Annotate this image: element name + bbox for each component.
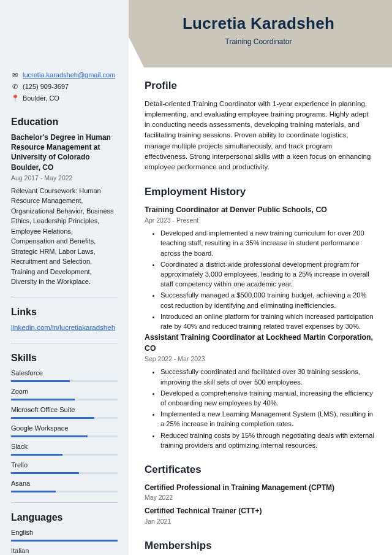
skill-bar-fill <box>11 491 56 492</box>
job-dates: Apr 2023 - Present <box>145 216 375 225</box>
skill-bar <box>11 472 118 474</box>
skill-name: Salesforce <box>11 369 118 378</box>
linkedin-link[interactable]: linkedin.com/in/lucretiakaradsheh <box>11 324 115 331</box>
location-text: Boulder, CO <box>23 94 59 104</box>
language-bar <box>11 540 118 542</box>
certificate-date: May 2022 <box>145 493 375 502</box>
skill-bar-fill <box>11 454 62 456</box>
job-bullet: Reduced training costs by 15% through ne… <box>160 431 375 450</box>
divider <box>11 297 118 297</box>
contact-location: 📍Boulder, CO <box>11 94 118 104</box>
skills-heading: Skills <box>11 351 118 365</box>
certificate-title: Certified Professional in Training Manag… <box>145 483 375 493</box>
languages-heading: Languages <box>11 510 118 524</box>
main-content: Profile Detail-oriented Training Coordin… <box>129 0 392 555</box>
education-heading: Education <box>11 115 118 129</box>
contact-list: ✉lucretia.karadsheh@gmail.com ✆(125) 909… <box>11 71 118 104</box>
language-item: English <box>11 528 118 542</box>
name-block: Lucretia Karadsheh Training Coordinator <box>142 12 375 47</box>
full-name: Lucretia Karadsheh <box>142 12 375 36</box>
skill-item: Microsoft Office Suite <box>11 405 118 419</box>
language-name: English <box>11 528 118 538</box>
links-heading: Links <box>11 305 118 319</box>
sidebar: ✉lucretia.karadsheh@gmail.com ✆(125) 909… <box>0 0 129 555</box>
divider <box>11 343 118 343</box>
phone-text: (125) 909-3697 <box>23 82 69 92</box>
skill-item: Google Workspace <box>11 424 118 437</box>
skill-bar-fill <box>11 435 88 437</box>
skill-bar-fill <box>11 399 75 400</box>
skill-name: Microsoft Office Suite <box>11 405 118 415</box>
skill-name: Slack <box>11 442 118 452</box>
job-bullet: Implemented a new Learning Management Sy… <box>160 409 375 429</box>
skill-bar <box>11 454 118 456</box>
skill-bar <box>11 435 118 437</box>
skill-item: Zoom <box>11 387 118 400</box>
profile-section: Profile Detail-oriented Training Coordin… <box>145 78 375 172</box>
job-bullets: Successfully coordinated and facilitated… <box>145 367 375 450</box>
profile-heading: Profile <box>145 78 375 94</box>
language-name: Italian <box>11 546 118 555</box>
email-link[interactable]: lucretia.karadsheh@gmail.com <box>23 71 115 80</box>
skill-name: Google Workspace <box>11 424 118 434</box>
certificates-section: Certificates Certified Professional in T… <box>145 462 375 526</box>
employment-heading: Employment History <box>145 185 375 200</box>
job-entry: Assistant Training Coordinator at Lockhe… <box>145 332 375 450</box>
skill-bar-fill <box>11 380 70 382</box>
certificate-title: Certified Technical Trainer (CTT+) <box>145 506 375 516</box>
job-title: Assistant Training Coordinator at Lockhe… <box>145 332 375 354</box>
education-block: Education Bachelor's Degree in Human Res… <box>11 115 118 287</box>
certificates-heading: Certificates <box>145 462 375 478</box>
skill-bar <box>11 380 118 382</box>
skill-item: Asana <box>11 479 118 492</box>
skill-bar <box>11 491 118 492</box>
job-bullet: Successfully coordinated and facilitated… <box>160 367 375 386</box>
skill-name: Asana <box>11 479 118 489</box>
memberships-heading: Memberships <box>145 538 375 554</box>
language-bar-fill <box>11 540 118 542</box>
contact-email: ✉lucretia.karadsheh@gmail.com <box>11 71 118 80</box>
phone-icon: ✆ <box>11 82 18 92</box>
contact-phone: ✆(125) 909-3697 <box>11 82 118 92</box>
job-bullets: Developed and implemented a new training… <box>145 228 375 331</box>
job-bullet: Developed and implemented a new training… <box>160 228 375 258</box>
skill-bar <box>11 417 118 419</box>
education-body: Relevant Coursework: Human Resource Mana… <box>11 186 118 287</box>
job-bullet: Introduced an online platform for traini… <box>160 312 375 331</box>
job-bullet: Successfully managed a $500,000 training… <box>160 290 375 310</box>
skill-bar-fill <box>11 472 79 474</box>
skill-item: Salesforce <box>11 369 118 382</box>
job-dates: Sep 2022 - Mar 2023 <box>145 354 375 364</box>
memberships-section: Memberships Association for Talent Devel… <box>145 538 375 555</box>
languages-block: Languages EnglishItalian <box>11 510 118 555</box>
skill-name: Trello <box>11 461 118 470</box>
language-item: Italian <box>11 546 118 555</box>
certificate-date: Jan 2021 <box>145 517 375 526</box>
job-entry: Training Coordinator at Denver Public Sc… <box>145 205 375 331</box>
profile-body: Detail-oriented Training Coordinator wit… <box>145 99 375 173</box>
skill-item: Slack <box>11 442 118 456</box>
employment-section: Employment History Training Coordinator … <box>145 185 375 450</box>
skill-name: Zoom <box>11 387 118 397</box>
education-degree: Bachelor's Degree in Human Resource Mana… <box>11 132 118 172</box>
divider <box>11 502 118 503</box>
skill-bar <box>11 399 118 400</box>
location-pin-icon: 📍 <box>11 94 18 104</box>
envelope-icon: ✉ <box>11 71 18 80</box>
job-title-header: Training Coordinator <box>142 37 375 47</box>
job-title: Training Coordinator at Denver Public Sc… <box>145 205 375 216</box>
links-block: Links linkedin.com/in/lucretiakaradsheh <box>11 305 118 333</box>
skill-bar-fill <box>11 417 94 419</box>
skills-block: Skills SalesforceZoomMicrosoft Office Su… <box>11 351 118 492</box>
skill-item: Trello <box>11 461 118 474</box>
education-dates: Aug 2017 - May 2022 <box>11 174 118 183</box>
job-bullet: Coordinated a district-wide professional… <box>160 259 375 289</box>
job-bullet: Developed a comprehensive training manua… <box>160 388 375 408</box>
